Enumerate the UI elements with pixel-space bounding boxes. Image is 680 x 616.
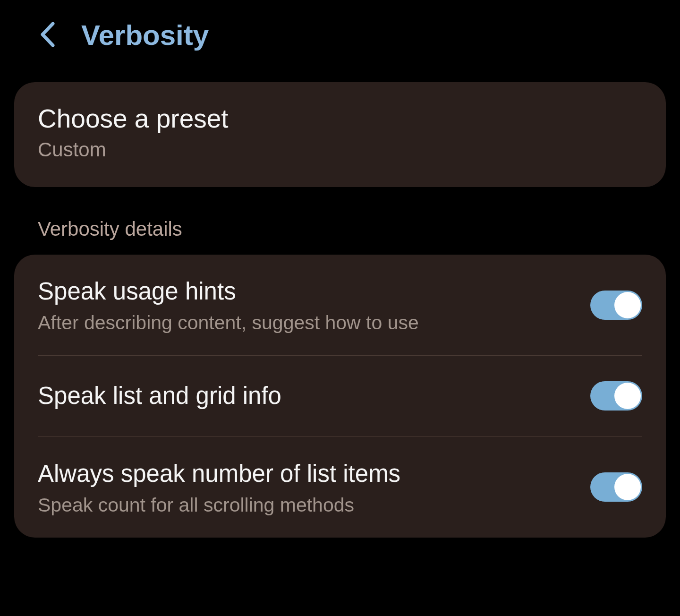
setting-title: Speak list and grid info	[38, 380, 576, 411]
toggle-speak-usage-hints[interactable]	[590, 291, 642, 320]
setting-title: Speak usage hints	[38, 276, 576, 307]
page-title: Verbosity	[81, 19, 209, 51]
header: Verbosity	[0, 0, 680, 66]
preset-value: Custom	[38, 138, 642, 161]
setting-speak-usage-hints[interactable]: Speak usage hints After describing conte…	[14, 255, 666, 355]
toggle-knob	[614, 292, 641, 318]
toggle-knob	[614, 474, 641, 500]
setting-text: Speak list and grid info	[38, 380, 576, 411]
toggle-always-speak-count[interactable]	[590, 472, 642, 502]
setting-text: Speak usage hints After describing conte…	[38, 276, 576, 334]
preset-title: Choose a preset	[38, 103, 642, 134]
preset-row[interactable]: Choose a preset Custom	[14, 82, 666, 187]
back-icon[interactable]	[38, 21, 58, 50]
verbosity-details-card: Speak usage hints After describing conte…	[14, 255, 666, 538]
setting-desc: After describing content, suggest how to…	[38, 312, 576, 334]
setting-desc: Speak count for all scrolling methods	[38, 494, 576, 516]
setting-always-speak-count[interactable]: Always speak number of list items Speak …	[14, 437, 666, 538]
setting-speak-list-grid[interactable]: Speak list and grid info	[14, 356, 666, 436]
setting-text: Always speak number of list items Speak …	[38, 458, 576, 516]
setting-title: Always speak number of list items	[38, 458, 576, 489]
section-label: Verbosity details	[38, 218, 680, 240]
toggle-knob	[614, 383, 641, 409]
toggle-speak-list-grid[interactable]	[590, 381, 642, 411]
